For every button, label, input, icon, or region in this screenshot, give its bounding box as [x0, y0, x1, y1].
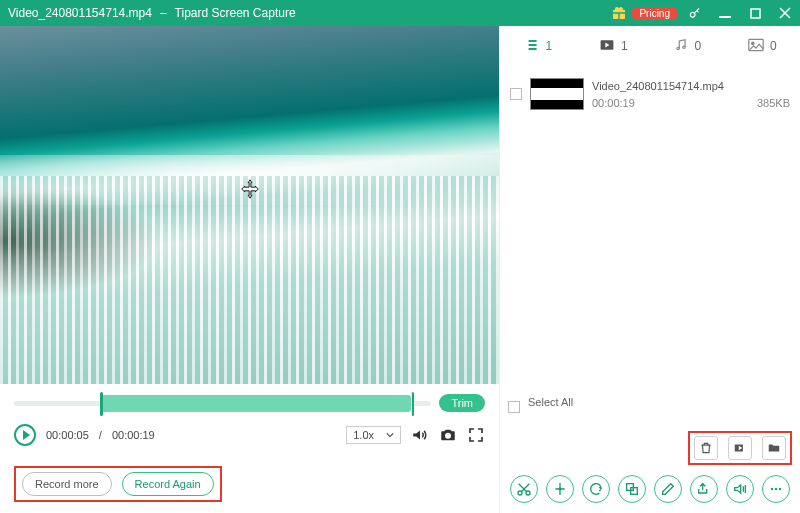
file-actions-row	[500, 423, 800, 467]
volume-icon[interactable]	[411, 426, 429, 444]
tab-video[interactable]: 1	[599, 38, 628, 55]
maximize-icon[interactable]	[748, 6, 762, 20]
svg-point-0	[690, 12, 695, 17]
trim-track-row: Trim	[0, 384, 499, 418]
list-icon	[523, 38, 539, 55]
move-cursor-icon	[239, 178, 261, 204]
video-frame	[0, 26, 499, 384]
volume-tool-icon[interactable]	[726, 475, 754, 503]
record-again-button[interactable]: Record Again	[122, 472, 214, 496]
select-all-row: Select All	[500, 381, 800, 423]
music-icon	[674, 38, 688, 55]
playback-controls: 00:00:05/ 00:00:19 1.0x	[0, 418, 499, 456]
snapshot-icon[interactable]	[439, 426, 457, 444]
speed-select[interactable]: 1.0x	[346, 426, 401, 444]
more-icon[interactable]	[762, 475, 790, 503]
convert-icon[interactable]	[582, 475, 610, 503]
svg-point-13	[775, 488, 777, 490]
file-tabs: 1 1 0 0	[500, 26, 800, 66]
trash-icon[interactable]	[694, 436, 718, 460]
merge-icon[interactable]	[546, 475, 574, 503]
chevron-down-icon	[386, 429, 394, 441]
pricing-label: Pricing	[631, 7, 678, 20]
trim-button[interactable]: Trim	[439, 394, 485, 412]
video-preview[interactable]	[0, 26, 499, 384]
select-all-label: Select All	[528, 396, 573, 408]
image-icon	[748, 38, 764, 55]
annotation-highlight: Record more Record Again	[14, 466, 222, 502]
svg-point-12	[771, 488, 773, 490]
title-filename: Video_240801154714.mp4	[8, 6, 152, 20]
svg-point-7	[752, 42, 754, 44]
file-checkbox[interactable]	[510, 88, 522, 100]
tab-list[interactable]: 1	[523, 38, 552, 55]
trim-range[interactable]	[100, 395, 411, 412]
pricing-badge[interactable]: Pricing	[611, 5, 678, 21]
play-icon	[23, 430, 30, 440]
fullscreen-icon[interactable]	[467, 426, 485, 444]
tab-audio-count: 0	[694, 39, 701, 53]
compress-icon[interactable]	[618, 475, 646, 503]
edit-icon[interactable]	[654, 475, 682, 503]
file-name: Video_240801154714.mp4	[592, 78, 790, 95]
svg-rect-2	[751, 9, 760, 18]
trim-handle-right[interactable]	[411, 392, 414, 416]
tab-image-count: 0	[770, 39, 777, 53]
title-appname: Tipard Screen Capture	[175, 6, 296, 20]
key-icon[interactable]	[688, 6, 702, 20]
folder-icon[interactable]	[762, 436, 786, 460]
svg-point-5	[683, 46, 685, 48]
file-duration: 00:00:19	[592, 95, 635, 112]
tab-video-count: 1	[621, 39, 628, 53]
record-more-button[interactable]: Record more	[22, 472, 112, 496]
speed-value: 1.0x	[353, 429, 374, 441]
svg-point-4	[677, 47, 679, 49]
file-thumbnail[interactable]	[530, 78, 584, 110]
file-size: 385KB	[757, 95, 790, 112]
svg-point-14	[779, 488, 781, 490]
cut-icon[interactable]	[510, 475, 538, 503]
share-icon[interactable]	[690, 475, 718, 503]
tab-list-count: 1	[545, 39, 552, 53]
rename-icon[interactable]	[728, 436, 752, 460]
list-item[interactable]: Video_240801154714.mp4 00:00:19 385KB	[508, 72, 792, 117]
trim-handle-left[interactable]	[100, 392, 103, 416]
gift-icon	[611, 5, 627, 21]
tab-audio[interactable]: 0	[674, 38, 701, 55]
video-icon	[599, 38, 615, 55]
tab-image[interactable]: 0	[748, 38, 777, 55]
select-all-checkbox[interactable]	[508, 401, 520, 413]
trim-track[interactable]	[14, 401, 431, 406]
titlebar: Video_240801154714.mp4 – Tipard Screen C…	[0, 0, 800, 26]
svg-rect-1	[719, 16, 731, 18]
close-icon[interactable]	[778, 6, 792, 20]
play-button[interactable]	[14, 424, 36, 446]
record-buttons-row: Record more Record Again	[0, 456, 499, 512]
tool-row	[500, 467, 800, 513]
total-time: 00:00:19	[112, 429, 155, 441]
title-separator: –	[160, 6, 167, 20]
current-time: 00:00:05	[46, 429, 89, 441]
file-list: Video_240801154714.mp4 00:00:19 385KB	[500, 66, 800, 381]
minimize-icon[interactable]	[718, 6, 732, 20]
annotation-highlight	[688, 431, 792, 465]
